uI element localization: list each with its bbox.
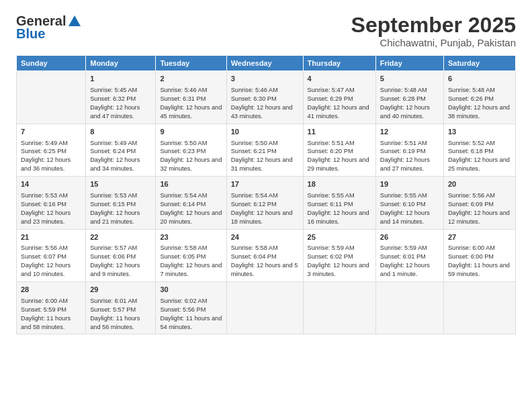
day-number: 10 — [231, 127, 299, 138]
cell-info: Sunrise: 5:48 AMSunset: 6:28 PMDaylight:… — [380, 86, 439, 121]
day-number: 1 — [90, 74, 151, 85]
logo: General Blue — [16, 13, 82, 42]
title-block: September 2025 Chichawatni, Punjab, Paki… — [351, 13, 516, 48]
cell-info: Sunrise: 5:54 AMSunset: 6:12 PMDaylight:… — [231, 191, 299, 226]
calendar-cell: 30Sunrise: 6:02 AMSunset: 5:56 PMDayligh… — [156, 281, 226, 334]
header: General Blue September 2025 Chichawatni,… — [16, 13, 516, 48]
day-number: 30 — [160, 285, 222, 295]
calendar-cell — [443, 281, 515, 334]
calendar-cell: 6Sunrise: 5:48 AMSunset: 6:26 PMDaylight… — [443, 71, 515, 124]
day-number: 13 — [448, 127, 511, 138]
calendar-cell — [17, 71, 86, 124]
cell-info: Sunrise: 6:01 AMSunset: 5:57 PMDaylight:… — [90, 297, 151, 332]
calendar-cell — [303, 281, 375, 334]
col-saturday: Saturday — [443, 56, 515, 71]
cell-info: Sunrise: 5:59 AMSunset: 6:01 PMDaylight:… — [380, 244, 439, 279]
day-number: 7 — [21, 127, 81, 138]
calendar-cell: 10Sunrise: 5:50 AMSunset: 6:21 PMDayligh… — [226, 124, 303, 176]
cell-info: Sunrise: 5:52 AMSunset: 6:18 PMDaylight:… — [448, 139, 511, 174]
calendar-cell: 21Sunrise: 5:56 AMSunset: 6:07 PMDayligh… — [17, 229, 86, 281]
calendar-cell: 20Sunrise: 5:56 AMSunset: 6:09 PMDayligh… — [443, 177, 515, 229]
day-number: 21 — [21, 232, 81, 243]
header-row: Sunday Monday Tuesday Wednesday Thursday… — [17, 56, 516, 71]
day-number: 20 — [448, 179, 511, 190]
day-number: 8 — [90, 127, 151, 138]
calendar-cell: 19Sunrise: 5:55 AMSunset: 6:10 PMDayligh… — [375, 177, 443, 229]
day-number: 3 — [231, 74, 299, 85]
calendar-cell: 1Sunrise: 5:45 AMSunset: 6:32 PMDaylight… — [86, 71, 156, 124]
calendar-cell: 5Sunrise: 5:48 AMSunset: 6:28 PMDaylight… — [375, 71, 443, 124]
cell-info: Sunrise: 5:56 AMSunset: 6:09 PMDaylight:… — [448, 191, 511, 226]
day-number: 15 — [90, 179, 151, 190]
calendar-cell: 26Sunrise: 5:59 AMSunset: 6:01 PMDayligh… — [375, 229, 443, 281]
cell-info: Sunrise: 6:02 AMSunset: 5:56 PMDaylight:… — [160, 297, 222, 332]
day-number: 25 — [308, 232, 371, 243]
col-thursday: Thursday — [303, 56, 375, 71]
col-tuesday: Tuesday — [156, 56, 226, 71]
week-row-1: 1Sunrise: 5:45 AMSunset: 6:32 PMDaylight… — [17, 71, 516, 124]
col-friday: Friday — [375, 56, 443, 71]
calendar-cell: 17Sunrise: 5:54 AMSunset: 6:12 PMDayligh… — [226, 177, 303, 229]
calendar-cell: 27Sunrise: 6:00 AMSunset: 6:00 PMDayligh… — [443, 229, 515, 281]
svg-marker-0 — [69, 15, 81, 26]
cell-info: Sunrise: 5:48 AMSunset: 6:26 PMDaylight:… — [448, 86, 511, 121]
cell-info: Sunrise: 5:54 AMSunset: 6:14 PMDaylight:… — [160, 191, 222, 226]
cell-info: Sunrise: 5:57 AMSunset: 6:06 PMDaylight:… — [90, 244, 151, 279]
cell-info: Sunrise: 5:58 AMSunset: 6:05 PMDaylight:… — [160, 244, 222, 279]
calendar-cell: 29Sunrise: 6:01 AMSunset: 5:57 PMDayligh… — [86, 281, 156, 334]
day-number: 22 — [90, 232, 151, 243]
cell-info: Sunrise: 5:49 AMSunset: 6:24 PMDaylight:… — [90, 139, 151, 174]
cell-info: Sunrise: 5:51 AMSunset: 6:20 PMDaylight:… — [308, 139, 371, 174]
calendar-cell — [226, 281, 303, 334]
cell-info: Sunrise: 6:00 AMSunset: 5:59 PMDaylight:… — [21, 297, 81, 332]
cell-info: Sunrise: 5:58 AMSunset: 6:04 PMDaylight:… — [231, 244, 299, 279]
logo-icon — [67, 14, 82, 29]
day-number: 11 — [308, 127, 371, 138]
cell-info: Sunrise: 6:00 AMSunset: 6:00 PMDaylight:… — [448, 244, 511, 279]
day-number: 23 — [160, 232, 222, 243]
calendar-cell: 13Sunrise: 5:52 AMSunset: 6:18 PMDayligh… — [443, 124, 515, 176]
week-row-2: 7Sunrise: 5:49 AMSunset: 6:25 PMDaylight… — [17, 124, 516, 176]
calendar-cell — [375, 281, 443, 334]
calendar-cell: 15Sunrise: 5:53 AMSunset: 6:15 PMDayligh… — [86, 177, 156, 229]
calendar-cell: 23Sunrise: 5:58 AMSunset: 6:05 PMDayligh… — [156, 229, 226, 281]
calendar-cell: 8Sunrise: 5:49 AMSunset: 6:24 PMDaylight… — [86, 124, 156, 176]
day-number: 14 — [21, 179, 81, 190]
calendar-cell: 28Sunrise: 6:00 AMSunset: 5:59 PMDayligh… — [17, 281, 86, 334]
logo-blue: Blue — [16, 26, 45, 42]
day-number: 16 — [160, 179, 222, 190]
cell-info: Sunrise: 5:47 AMSunset: 6:29 PMDaylight:… — [308, 86, 371, 121]
week-row-3: 14Sunrise: 5:53 AMSunset: 6:16 PMDayligh… — [17, 177, 516, 229]
calendar-cell: 14Sunrise: 5:53 AMSunset: 6:16 PMDayligh… — [17, 177, 86, 229]
cell-info: Sunrise: 5:50 AMSunset: 6:23 PMDaylight:… — [160, 139, 222, 174]
week-row-5: 28Sunrise: 6:00 AMSunset: 5:59 PMDayligh… — [17, 281, 516, 334]
cell-info: Sunrise: 5:51 AMSunset: 6:19 PMDaylight:… — [380, 139, 439, 174]
cell-info: Sunrise: 5:56 AMSunset: 6:07 PMDaylight:… — [21, 244, 81, 279]
calendar-cell: 18Sunrise: 5:55 AMSunset: 6:11 PMDayligh… — [303, 177, 375, 229]
calendar-cell: 9Sunrise: 5:50 AMSunset: 6:23 PMDaylight… — [156, 124, 226, 176]
calendar-cell: 16Sunrise: 5:54 AMSunset: 6:14 PMDayligh… — [156, 177, 226, 229]
day-number: 5 — [380, 74, 439, 85]
calendar-cell: 3Sunrise: 5:46 AMSunset: 6:30 PMDaylight… — [226, 71, 303, 124]
day-number: 29 — [90, 285, 151, 295]
page: General Blue September 2025 Chichawatni,… — [0, 0, 532, 411]
day-number: 24 — [231, 232, 299, 243]
day-number: 17 — [231, 179, 299, 190]
page-title: September 2025 — [351, 13, 516, 37]
cell-info: Sunrise: 5:50 AMSunset: 6:21 PMDaylight:… — [231, 139, 299, 174]
cell-info: Sunrise: 5:55 AMSunset: 6:10 PMDaylight:… — [380, 191, 439, 226]
cell-info: Sunrise: 5:49 AMSunset: 6:25 PMDaylight:… — [21, 139, 81, 174]
cell-info: Sunrise: 5:46 AMSunset: 6:31 PMDaylight:… — [160, 86, 222, 121]
calendar-cell: 12Sunrise: 5:51 AMSunset: 6:19 PMDayligh… — [375, 124, 443, 176]
calendar-cell: 11Sunrise: 5:51 AMSunset: 6:20 PMDayligh… — [303, 124, 375, 176]
cell-info: Sunrise: 5:53 AMSunset: 6:15 PMDaylight:… — [90, 191, 151, 226]
day-number: 12 — [380, 127, 439, 138]
calendar-table: Sunday Monday Tuesday Wednesday Thursday… — [16, 55, 516, 334]
col-monday: Monday — [86, 56, 156, 71]
day-number: 4 — [308, 74, 371, 85]
cell-info: Sunrise: 5:59 AMSunset: 6:02 PMDaylight:… — [308, 244, 371, 279]
col-sunday: Sunday — [17, 56, 86, 71]
col-wednesday: Wednesday — [226, 56, 303, 71]
cell-info: Sunrise: 5:53 AMSunset: 6:16 PMDaylight:… — [21, 191, 81, 226]
day-number: 9 — [160, 127, 222, 138]
